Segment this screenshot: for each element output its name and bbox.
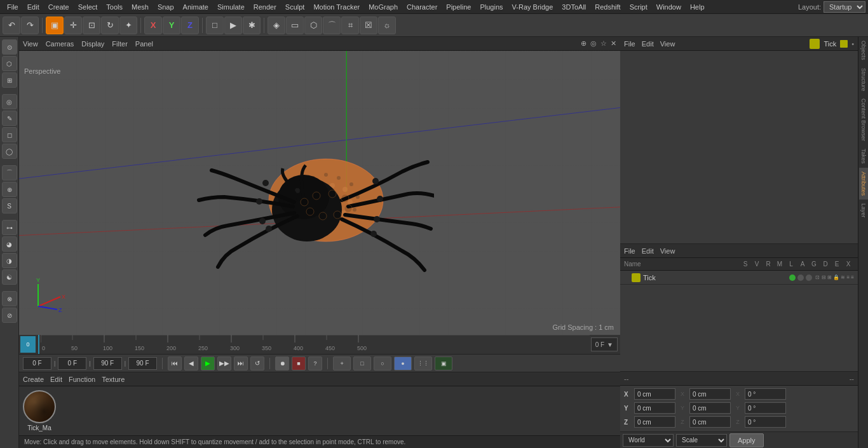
scale-mode-button[interactable]: ⊡ <box>83 17 100 34</box>
tab-structure[interactable]: Structure <box>859 64 868 95</box>
sidebar-magnet-btn[interactable]: ⊶ <box>2 220 17 235</box>
coord-z-size-input[interactable] <box>689 416 731 428</box>
mode-oval-button[interactable]: ○ <box>374 356 391 370</box>
mode-record-button[interactable]: ⏺ <box>275 356 289 370</box>
move-mode-button[interactable]: ✛ <box>64 17 82 34</box>
menu-simulate[interactable]: Simulate <box>213 2 249 12</box>
menu-edit[interactable]: Edit <box>23 2 44 12</box>
coord-y-rot-input[interactable] <box>745 402 786 414</box>
animation-view-button[interactable]: ⬡ <box>304 17 322 34</box>
mat-menu-create[interactable]: Create <box>23 376 44 383</box>
menu-3dtoall[interactable]: 3DToAll <box>557 2 590 12</box>
right-bottom-menu-edit[interactable]: Edit <box>642 247 654 255</box>
right-bottom-menu-file[interactable]: File <box>624 247 635 255</box>
light-button[interactable]: ✱ <box>243 17 261 34</box>
menu-snap[interactable]: Snap <box>153 2 179 12</box>
obj-dot-s[interactable] <box>789 275 796 281</box>
menu-render[interactable]: Render <box>249 2 281 12</box>
coord-x-size-input[interactable] <box>689 388 731 400</box>
sidebar-sphere-btn[interactable]: ◯ <box>2 144 17 159</box>
right-top-menu-file[interactable]: File <box>624 40 635 48</box>
menu-redshift[interactable]: Redshift <box>590 2 625 12</box>
menu-sculpt[interactable]: Sculpt <box>281 2 309 12</box>
sidebar-mesh-btn[interactable]: ⬡ <box>2 56 17 71</box>
sidebar-circle-btn[interactable]: ⊕ <box>2 182 17 197</box>
playback-end-input[interactable] <box>93 357 122 370</box>
sidebar-grab-btn[interactable]: ☯ <box>2 269 17 285</box>
z-axis-button[interactable]: Z <box>181 17 199 34</box>
world-select[interactable]: World <box>623 434 674 447</box>
menu-script[interactable]: Script <box>625 2 652 12</box>
camera-button[interactable]: ▶ <box>224 17 242 34</box>
material-thumbnail[interactable] <box>23 390 56 423</box>
sidebar-sculpt-btn[interactable]: ◕ <box>2 236 17 252</box>
timeline-ruler-area[interactable]: 0 50 100 150 200 250 300 <box>41 335 590 354</box>
right-bottom-menu-view[interactable]: View <box>660 247 675 255</box>
viewport-icon-circle[interactable]: ◎ <box>590 39 597 48</box>
curve-view-button[interactable]: ⌒ <box>323 17 341 34</box>
menu-motion-tracker[interactable]: Motion Tracker <box>309 2 364 12</box>
mode-stop-button[interactable]: ■ <box>292 356 306 370</box>
playback-loop-button[interactable]: ↺ <box>250 356 264 370</box>
playback-prev-button[interactable]: ◀ <box>184 356 198 370</box>
x-axis-button[interactable]: X <box>144 17 162 34</box>
obj-dot-r[interactable] <box>806 275 812 281</box>
playback-start-input[interactable] <box>23 357 51 370</box>
apply-button[interactable]: Apply <box>729 433 764 447</box>
coord-x-rot-input[interactable] <box>745 388 786 400</box>
playback-last-button[interactable]: ⏭ <box>234 356 248 370</box>
frame-counter-right[interactable]: 0 F ▼ <box>591 337 618 351</box>
object-button[interactable]: □ <box>206 17 224 34</box>
render-view-button[interactable]: ☒ <box>360 17 377 34</box>
sidebar-grid-btn[interactable]: ⊞ <box>2 72 17 88</box>
redo-button[interactable]: ↷ <box>21 17 39 34</box>
transform-mode-button[interactable]: ✦ <box>119 17 137 34</box>
viewport-btn-extra[interactable]: ☼ <box>378 17 396 34</box>
right-top-menu-view[interactable]: View <box>660 40 675 48</box>
select-mode-button[interactable]: ▣ <box>46 17 64 34</box>
viewport-menu-cameras[interactable]: Cameras <box>46 40 74 48</box>
coord-x-pos-input[interactable] <box>634 388 675 400</box>
viewport-icon-close[interactable]: ✕ <box>611 39 616 48</box>
viewport-icon-crosshair[interactable]: ⊕ <box>581 39 587 48</box>
menu-plugins[interactable]: Plugins <box>475 2 507 12</box>
menu-window[interactable]: Window <box>652 2 686 12</box>
viewport-menu-view[interactable]: View <box>23 40 38 48</box>
mode-record2-button[interactable]: ▣ <box>435 356 452 370</box>
mode-grid-button[interactable]: ⋮⋮ <box>414 356 432 370</box>
obj-dot-v[interactable] <box>797 275 804 281</box>
menu-animate[interactable]: Animate <box>179 2 213 12</box>
undo-button[interactable]: ↶ <box>3 17 20 34</box>
poly-view-button[interactable]: ⌗ <box>341 17 359 34</box>
sidebar-bend-btn[interactable]: ⌒ <box>2 165 17 180</box>
playback-next-input[interactable] <box>128 357 157 370</box>
playback-play-button[interactable]: ▶ <box>201 356 215 370</box>
tab-attributes[interactable]: Attributes <box>859 168 868 200</box>
layout-dropdown[interactable]: Startup <box>824 1 865 13</box>
viewport[interactable]: View Cameras Display Filter Panel ⊕ ◎ ☆ … <box>19 37 620 335</box>
viewport-menu-display[interactable]: Display <box>81 40 104 48</box>
playback-next-button[interactable]: ▶▶ <box>217 356 231 370</box>
sidebar-knife-btn[interactable]: S <box>2 198 17 214</box>
menu-file[interactable]: File <box>3 2 23 12</box>
coord-z-pos-input[interactable] <box>634 416 675 428</box>
mat-menu-function[interactable]: Function <box>69 376 95 383</box>
sidebar-select-btn[interactable]: ◎ <box>2 94 17 109</box>
right-top-menu-edit[interactable]: Edit <box>642 40 654 48</box>
coord-y-pos-input[interactable] <box>634 402 675 414</box>
menu-vray[interactable]: V-Ray Bridge <box>508 2 558 12</box>
coord-y-size-input[interactable] <box>689 402 731 414</box>
menu-tools[interactable]: Tools <box>102 2 127 12</box>
mode-box-button[interactable]: □ <box>353 356 371 370</box>
rotate-mode-button[interactable]: ↻ <box>101 17 119 34</box>
sidebar-camera-btn[interactable]: ⊙ <box>2 39 17 55</box>
sidebar-extra2-btn[interactable]: ⊘ <box>2 308 17 323</box>
viewport-menu-panel[interactable]: Panel <box>135 40 153 48</box>
scale-select[interactable]: Scale <box>676 434 727 447</box>
sidebar-brush-btn[interactable]: ◑ <box>2 253 17 268</box>
menu-help[interactable]: Help <box>686 2 709 12</box>
sidebar-cube-btn[interactable]: ◻ <box>2 127 17 142</box>
tab-layer[interactable]: Layer <box>859 200 868 222</box>
viewport-menu-filter[interactable]: Filter <box>112 40 127 48</box>
sidebar-extra-btn[interactable]: ⊗ <box>2 291 17 306</box>
